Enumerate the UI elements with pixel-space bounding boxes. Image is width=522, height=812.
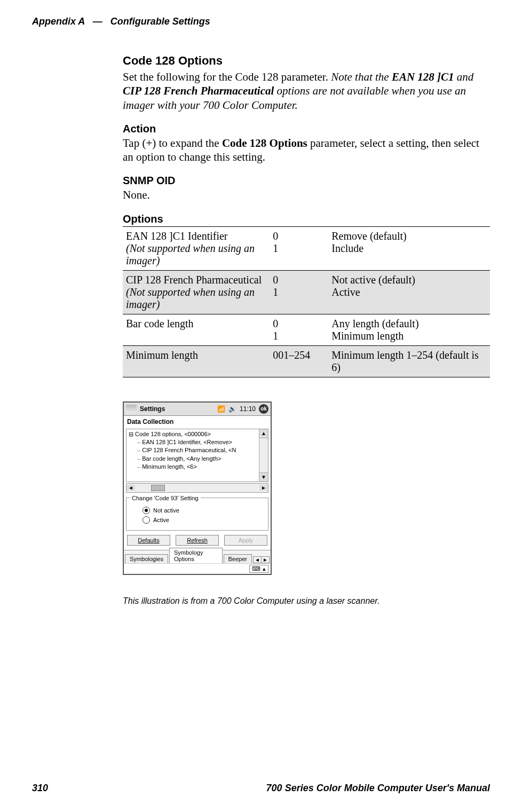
intro-plain: Set the following for the Code 128 param… [123, 70, 331, 83]
figure-caption: This illustration is from a 700 Color Co… [123, 596, 490, 606]
table-row: Bar code length0 1Any length (default) M… [123, 314, 490, 345]
header-sep: — [93, 16, 102, 27]
action-bold: Code 128 Options [222, 137, 307, 149]
tab-left-icon[interactable]: ◄ [254, 557, 261, 563]
vertical-scrollbar[interactable]: ▲ ▼ [259, 429, 268, 482]
sip-bar: ⌨▴ [124, 563, 271, 574]
scroll-right-icon[interactable]: ► [259, 485, 268, 491]
change-setting-group: Change 'Code 93' Setting Not active Acti… [126, 495, 268, 531]
option-values-cell: Minimum length 1–254 (default is 6) [328, 345, 490, 377]
intro-paragraph: Set the following for the Code 128 param… [123, 70, 490, 112]
option-values-cell: Remove (default) Include [328, 226, 490, 270]
action-paragraph: Tap (+) to expand the Code 128 Options p… [123, 136, 490, 164]
ok-button[interactable]: ok [259, 404, 268, 414]
tree-item-barcode-length[interactable]: Bar code length, <Any length> [129, 455, 266, 463]
option-codes-cell: 001–254 [270, 345, 328, 377]
table-row: Minimum length001–254Minimum length 1–25… [123, 345, 490, 377]
scroll-left-icon[interactable]: ◄ [126, 485, 135, 491]
radio-active-label: Active [153, 517, 169, 523]
heading-snmp-oid: SNMP OID [123, 175, 490, 187]
tab-symbologies[interactable]: Symbologies [125, 554, 168, 563]
tree-item-ean128[interactable]: EAN 128 ]C1 Identifier, <Remove> [129, 438, 266, 446]
tab-right-icon[interactable]: ► [261, 557, 269, 563]
manual-title: 700 Series Color Mobile Computer User's … [266, 783, 490, 794]
speaker-icon[interactable]: 🔈 [228, 405, 236, 413]
status-bar: Settings 📶 🔈 11:10 ok [124, 403, 271, 416]
option-values-cell: Any length (default) Minimum length [328, 314, 490, 345]
defaults-button[interactable]: Defaults [127, 535, 170, 546]
option-codes-cell: 0 1 [270, 270, 328, 314]
tree-item-min-length[interactable]: Minimum length, <6> [129, 463, 266, 471]
option-name-cell: CIP 128 French Pharmaceutical(Not suppor… [123, 270, 270, 314]
scroll-thumb[interactable] [151, 485, 165, 491]
option-name-cell: Bar code length [123, 314, 270, 345]
device-screenshot: Settings 📶 🔈 11:10 ok Data Collection Co… [123, 401, 272, 575]
tab-symbology-options[interactable]: Symbology Options [169, 548, 223, 563]
radio-dot-filled-icon[interactable] [143, 507, 150, 514]
refresh-button[interactable]: Refresh [176, 535, 219, 546]
app-title: Data Collection [124, 416, 271, 428]
tab-beeper[interactable]: Beeper [224, 554, 252, 563]
option-codes-cell: 0 1 [270, 226, 328, 270]
keyboard-icon: ⌨ [252, 565, 260, 572]
intro-bold-ean: EAN 128 ]C1 [392, 70, 454, 83]
table-row: CIP 128 French Pharmaceutical(Not suppor… [123, 270, 490, 314]
option-codes-cell: 0 1 [270, 314, 328, 345]
action-pre: Tap (+) to expand the [123, 137, 222, 149]
radio-active[interactable]: Active [143, 516, 265, 524]
apply-button: Apply [224, 535, 267, 546]
option-name-cell: Minimum length [123, 345, 270, 377]
page-footer: 310 700 Series Color Mobile Computer Use… [32, 783, 490, 794]
option-values-cell: Not active (default) Active [328, 270, 490, 314]
heading-options: Options [123, 213, 490, 225]
keyboard-toggle[interactable]: ⌨▴ [249, 565, 268, 573]
header-appendix: Appendix A [32, 16, 85, 27]
options-table: EAN 128 ]C1 Identifier(Not supported whe… [123, 226, 490, 377]
running-header: Appendix A — Configurable Settings [32, 16, 490, 27]
intro-bold-cip: CIP 128 French Pharmaceutical [123, 84, 274, 97]
option-name-cell: EAN 128 ]C1 Identifier(Not supported whe… [123, 226, 270, 270]
horizontal-scrollbar[interactable]: ◄ ► [126, 483, 268, 493]
header-section: Configurable Settings [110, 16, 210, 27]
intro-note-prefix: Note that the [331, 70, 392, 83]
tree-view[interactable]: Code 128 options, <000006> EAN 128 ]C1 I… [126, 429, 268, 482]
group-legend: Change 'Code 93' Setting [130, 495, 201, 501]
scroll-down-icon[interactable]: ▼ [259, 472, 268, 482]
scroll-up-icon[interactable]: ▲ [259, 429, 268, 438]
chevron-up-icon: ▴ [263, 565, 266, 572]
status-title: Settings [140, 405, 165, 413]
radio-dot-empty-icon[interactable] [143, 516, 150, 524]
signal-icon: 📶 [217, 405, 225, 413]
section-title-code128: Code 128 Options [123, 54, 490, 68]
start-flag-icon[interactable] [126, 405, 137, 413]
table-row: EAN 128 ]C1 Identifier(Not supported whe… [123, 226, 490, 270]
tree-item-cip128[interactable]: CIP 128 French Pharmaceutical, <N [129, 446, 266, 454]
page-number: 310 [32, 783, 48, 794]
heading-action: Action [123, 123, 490, 135]
radio-not-active-label: Not active [153, 507, 179, 514]
status-time: 11:10 [240, 405, 256, 413]
snmp-body: None. [123, 188, 490, 202]
radio-not-active[interactable]: Not active [143, 507, 265, 514]
tree-item-parent[interactable]: Code 128 options, <000006> [129, 430, 266, 438]
intro-mid: and [454, 70, 474, 83]
tab-scroll-arrows[interactable]: ◄ ► [253, 556, 270, 563]
tab-bar: Symbologies Symbology Options Beeper ◄ ► [124, 550, 271, 563]
